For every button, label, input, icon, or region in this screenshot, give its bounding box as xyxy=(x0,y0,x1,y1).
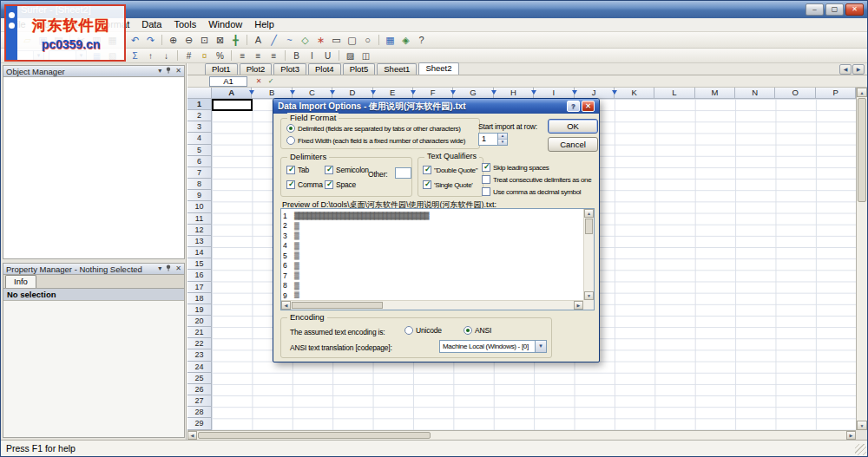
redo-icon[interactable]: ↷ xyxy=(143,34,158,47)
separator[interactable] xyxy=(378,35,379,45)
scroll-up-icon[interactable]: ▲ xyxy=(857,88,867,97)
checkbox-semicolon[interactable]: Semicolon xyxy=(325,166,369,174)
italic-icon[interactable]: I xyxy=(305,50,319,62)
spinner-down-icon[interactable]: ▼ xyxy=(498,139,507,145)
separator[interactable] xyxy=(247,35,247,45)
radio-ansi[interactable]: ANSI xyxy=(464,326,491,335)
row-header[interactable]: 23 xyxy=(187,349,212,361)
row-header[interactable]: 28 xyxy=(187,407,212,418)
row-header[interactable]: 15 xyxy=(187,258,212,270)
formula-input[interactable] xyxy=(279,76,864,87)
row-header[interactable]: 27 xyxy=(187,395,212,407)
preview-horizontal-scrollbar[interactable]: ◀ ▶ xyxy=(281,300,583,310)
sheet-tab-sheet1[interactable]: Sheet1 xyxy=(377,63,417,75)
column-header[interactable]: L xyxy=(654,88,694,99)
align-right-icon[interactable]: ≡ xyxy=(266,50,281,62)
row-header[interactable]: 19 xyxy=(187,304,212,316)
percent-format-icon[interactable]: % xyxy=(213,50,227,62)
checkbox-treat-consecutive-delimiters[interactable]: Treat consecutive delimiters as one xyxy=(482,175,591,184)
sheet-tab-plot1[interactable]: Plot1 xyxy=(205,63,238,75)
checkbox-comma-decimal-symbol[interactable]: Use comma as decimal symbol xyxy=(482,187,581,196)
panel-close-icon[interactable]: ✕ xyxy=(175,265,181,272)
cancel-entry-icon[interactable]: ✕ xyxy=(253,76,264,87)
column-header[interactable]: K xyxy=(615,88,654,99)
row-header[interactable]: 5 xyxy=(187,145,212,156)
tab-info[interactable]: Info xyxy=(5,275,36,288)
row-header[interactable]: 24 xyxy=(187,362,212,373)
codepage-dropdown[interactable]: Machine Local (Windows) - [0] ▼ xyxy=(439,340,547,353)
statistics-icon[interactable]: Σ xyxy=(128,50,142,62)
horizontal-scroll-thumb[interactable] xyxy=(198,432,431,439)
rectangle-tool-icon[interactable]: ▭ xyxy=(329,34,344,47)
close-button[interactable]: ✕ xyxy=(845,3,864,16)
pin-icon[interactable] xyxy=(165,264,172,273)
separator[interactable] xyxy=(161,35,162,45)
row-header[interactable]: 20 xyxy=(187,316,212,327)
row-header[interactable]: 2 xyxy=(187,110,212,121)
zoom-window-icon[interactable]: ⊡ xyxy=(197,34,212,47)
panel-close-icon[interactable]: ✕ xyxy=(175,68,181,75)
sheet-tab-plot5[interactable]: Plot5 xyxy=(343,63,376,75)
scroll-up-icon[interactable]: ▲ xyxy=(584,209,594,218)
zoom-in-icon[interactable]: ⊕ xyxy=(166,34,181,47)
ok-button[interactable]: OK xyxy=(548,119,598,134)
sheet-tab-sheet2[interactable]: Sheet2 xyxy=(418,62,458,75)
dialog-titlebar[interactable]: Data Import Options - 使用说明(河东软件园).txt ? … xyxy=(273,99,599,114)
row-header[interactable]: 21 xyxy=(187,327,212,338)
select-all-corner[interactable] xyxy=(187,88,212,99)
scroll-down-icon[interactable]: ▼ xyxy=(584,291,594,300)
row-header[interactable]: 17 xyxy=(187,282,212,293)
spline-tool-icon[interactable]: ~ xyxy=(282,34,297,47)
rounded-rectangle-tool-icon[interactable]: ▢ xyxy=(345,34,359,47)
row-header[interactable]: 4 xyxy=(187,133,212,144)
undo-icon[interactable]: ↶ xyxy=(128,34,142,47)
selected-cell-a1[interactable] xyxy=(212,99,253,111)
checkbox-single-quote[interactable]: 'Single Quote' xyxy=(423,180,472,189)
map-icon[interactable]: ◈ xyxy=(398,34,413,47)
minimize-button[interactable]: – xyxy=(806,3,824,16)
align-center-icon[interactable]: ≡ xyxy=(251,50,266,62)
radio-fixed-width[interactable]: Fixed Width (each field is a fixed numbe… xyxy=(286,136,465,145)
column-header[interactable]: P xyxy=(816,88,856,99)
column-header[interactable]: A xyxy=(212,88,252,99)
cell-reference-box[interactable]: A1 xyxy=(209,76,247,87)
row-header[interactable]: 14 xyxy=(187,247,212,258)
pin-icon[interactable] xyxy=(165,67,172,75)
dialog-help-button[interactable]: ? xyxy=(567,101,580,112)
preview-vscroll-thumb[interactable] xyxy=(585,219,593,234)
preview-vertical-scrollbar[interactable]: ▲ ▼ xyxy=(583,209,594,300)
column-header[interactable]: O xyxy=(775,88,815,99)
confirm-entry-icon[interactable]: ✓ xyxy=(266,76,276,87)
vertical-scrollbar[interactable]: ▲ ▼ xyxy=(856,88,867,430)
cell-shading-icon[interactable]: ▨ xyxy=(343,50,358,62)
menu-item[interactable]: Help xyxy=(248,18,280,31)
row-header[interactable]: 12 xyxy=(187,225,212,236)
dialog-close-button[interactable]: ✕ xyxy=(582,101,595,112)
horizontal-scrollbar[interactable]: ◀ ▶ xyxy=(187,430,856,440)
checkbox-tab[interactable]: Tab xyxy=(286,166,309,174)
line-tool-icon[interactable]: ╱ xyxy=(266,34,281,47)
menu-item[interactable]: Data xyxy=(135,18,168,31)
menu-item[interactable]: Tools xyxy=(168,18,202,31)
row-header[interactable]: 3 xyxy=(187,121,212,133)
row-header[interactable]: 8 xyxy=(187,179,212,190)
sheet-tab-plot3[interactable]: Plot3 xyxy=(273,63,306,75)
scroll-right-icon[interactable]: ▶ xyxy=(574,301,583,310)
row-header[interactable]: 1 xyxy=(187,99,212,110)
checkbox-comma[interactable]: Comma xyxy=(286,180,323,189)
row-header[interactable]: 22 xyxy=(187,338,212,349)
panel-menu-icon[interactable]: ▾ xyxy=(158,68,161,75)
sort-descending-icon[interactable]: ↓ xyxy=(159,50,174,62)
row-header[interactable]: 10 xyxy=(187,201,212,212)
preview-pane[interactable]: 1 ▓▓▓▓▓▓▓▓▓▓▓▓▓▓▓▓▓▓▓▓▓▓▓▓▓▓▓▓▓▓▓▓ 2 ▓ 3… xyxy=(280,208,595,310)
help-icon[interactable]: ? xyxy=(414,34,429,47)
checkbox-double-quote[interactable]: "Double Quote" xyxy=(423,166,477,174)
start-row-spinner[interactable]: 1 ▲ ▼ xyxy=(478,133,508,146)
scroll-right-icon[interactable]: ▶ xyxy=(846,431,856,440)
vertical-scroll-thumb[interactable] xyxy=(858,98,866,202)
number-format-icon[interactable]: # xyxy=(181,50,196,62)
radio-unicode[interactable]: Unicode xyxy=(404,326,442,335)
bold-icon[interactable]: B xyxy=(289,50,304,62)
symbol-tool-icon[interactable]: ∗ xyxy=(313,34,328,47)
tab-scroll-left-icon[interactable]: ◀ xyxy=(839,64,852,75)
